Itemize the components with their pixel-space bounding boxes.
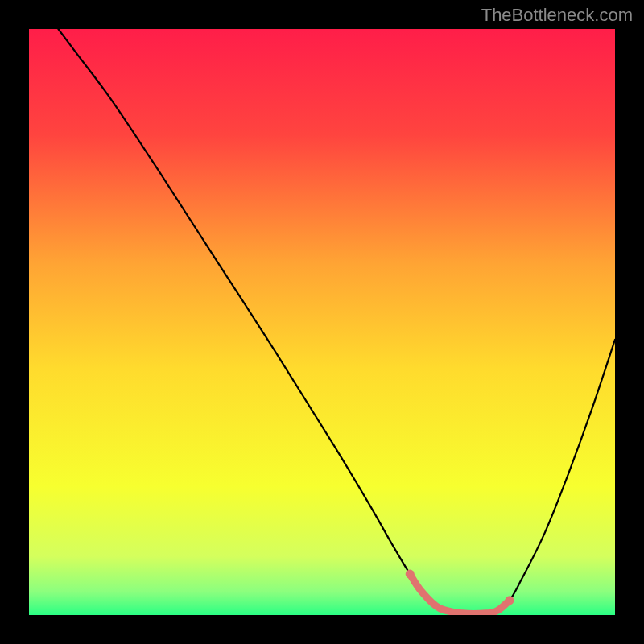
highlight-endpoint-dot [406,570,415,579]
highlight-endpoint-dot [505,596,514,605]
chart-svg [0,0,644,644]
plot-gradient-area [29,29,615,615]
watermark-text: TheBottleneck.com [481,5,633,26]
